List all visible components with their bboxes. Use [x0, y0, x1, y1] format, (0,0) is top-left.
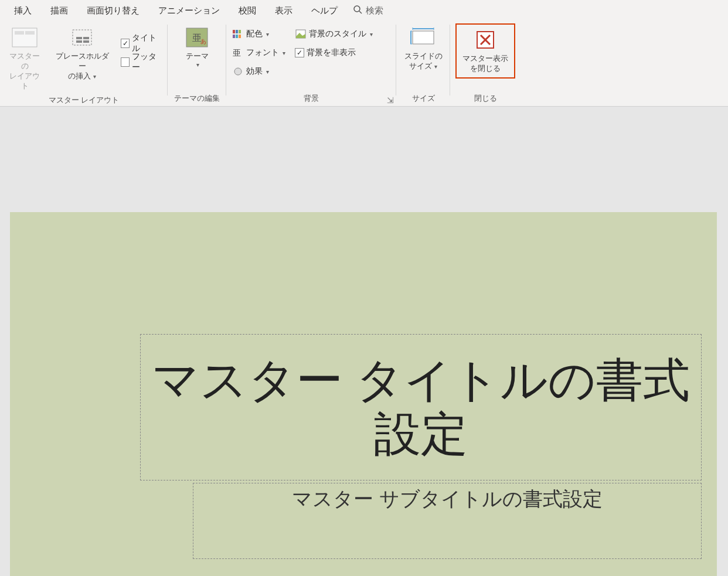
svg-rect-7: [76, 40, 82, 43]
fonts-button[interactable]: 亜 フォント ▾: [230, 44, 288, 62]
master-layout-icon: [12, 26, 38, 49]
svg-rect-17: [236, 35, 238, 38]
slide-master[interactable]: マスター タイトルの書式設定 マスター サブタイトルの書式設定: [10, 212, 717, 576]
ribbon-group-theme-edit: 亜あ テーマ ▾ テーマの編集: [168, 21, 226, 106]
svg-rect-9: [83, 40, 89, 43]
svg-rect-13: [233, 30, 235, 33]
menu-review[interactable]: 校閲: [229, 2, 266, 20]
chevron-down-icon: ▾: [93, 73, 96, 80]
master-layout-button: マスターの レイアウト: [4, 23, 46, 94]
menu-transition[interactable]: 画面切り替え: [77, 2, 149, 20]
master-subtitle-placeholder[interactable]: マスター サブタイトルの書式設定: [193, 483, 702, 559]
title-footer-checkboxes: ✓ タイトル フッター: [118, 23, 164, 82]
footer-checkbox[interactable]: フッター: [118, 53, 164, 71]
svg-rect-6: [76, 37, 82, 39]
chevron-down-icon: ▾: [266, 31, 269, 38]
svg-rect-18: [239, 35, 241, 38]
group-label-size: サイズ: [400, 92, 447, 105]
search-placeholder: 検索: [366, 5, 383, 16]
ribbon-group-close: マスター表示 を閉じる 閉じる: [450, 21, 521, 106]
ribbon: マスターの レイアウト プレースホルダー の挿入 ▾ ✓ タイトル: [0, 21, 728, 107]
svg-rect-4: [25, 31, 35, 35]
svg-rect-22: [413, 31, 434, 44]
svg-line-1: [359, 11, 362, 13]
ribbon-group-master-layout: マスターの レイアウト プレースホルダー の挿入 ▾ ✓ タイトル: [0, 21, 168, 106]
checkbox-unchecked-icon: [121, 57, 130, 67]
chevron-down-icon: ▾: [434, 63, 437, 70]
menu-bar: 挿入 描画 画面切り替え アニメーション 校閲 表示 ヘルプ 検索: [0, 0, 728, 21]
ribbon-group-background: 配色 ▾ 亜 フォント ▾ 効果 ▾: [226, 21, 396, 106]
close-master-view-button[interactable]: マスター表示 を閉じる: [455, 23, 515, 79]
svg-point-0: [354, 6, 360, 12]
svg-text:あ: あ: [200, 38, 206, 45]
close-icon: [472, 28, 498, 52]
svg-rect-14: [236, 30, 238, 33]
menu-help[interactable]: ヘルプ: [302, 2, 347, 20]
colors-button[interactable]: 配色 ▾: [230, 25, 288, 43]
effects-button[interactable]: 効果 ▾: [230, 63, 288, 80]
search-icon: [353, 5, 362, 16]
svg-rect-3: [15, 31, 24, 35]
group-label-background: 背景: [230, 92, 393, 105]
effects-icon: [232, 66, 244, 77]
menu-insert[interactable]: 挿入: [5, 2, 41, 20]
checkbox-checked-icon: ✓: [295, 48, 304, 57]
chevron-down-icon: ▾: [266, 69, 269, 75]
insert-placeholder-button[interactable]: プレースホルダー の挿入 ▾: [50, 23, 114, 84]
svg-rect-8: [83, 37, 89, 39]
fonts-icon: 亜: [232, 47, 244, 59]
master-title-placeholder[interactable]: マスター タイトルの書式設定: [140, 334, 702, 480]
svg-rect-16: [233, 35, 235, 38]
group-label-master-layout: マスター レイアウト: [4, 94, 164, 107]
dialog-launcher-icon[interactable]: ⇲: [387, 96, 394, 105]
menu-view[interactable]: 表示: [266, 2, 302, 20]
group-label-close: 閉じる: [454, 92, 517, 105]
svg-text:亜: 亜: [233, 49, 241, 57]
theme-button[interactable]: 亜あ テーマ ▾: [179, 23, 215, 70]
background-style-button[interactable]: 背景のスタイル ▾: [292, 25, 375, 43]
svg-point-20: [234, 68, 241, 75]
menu-draw[interactable]: 描画: [41, 2, 77, 20]
svg-rect-2: [12, 28, 37, 47]
checkbox-checked-icon: ✓: [121, 39, 130, 48]
chevron-down-icon: ▾: [283, 50, 285, 56]
title-checkbox[interactable]: ✓ タイトル: [118, 35, 164, 52]
theme-icon: 亜あ: [184, 26, 210, 49]
search-box[interactable]: 検索: [353, 5, 383, 16]
placeholder-icon: [69, 26, 95, 49]
ribbon-group-size: スライドの サイズ ▾ サイズ: [396, 21, 450, 106]
colors-icon: [232, 28, 244, 40]
slide-size-icon: [410, 26, 436, 49]
svg-rect-15: [239, 30, 241, 33]
slide-size-button[interactable]: スライドの サイズ ▾: [401, 23, 446, 74]
hide-background-checkbox[interactable]: ✓ 背景を非表示: [292, 44, 375, 62]
background-style-icon: [295, 28, 307, 40]
menu-animation[interactable]: アニメーション: [149, 2, 229, 20]
group-label-theme-edit: テーマの編集: [171, 92, 223, 105]
chevron-down-icon: ▾: [196, 62, 199, 68]
chevron-down-icon: ▾: [370, 31, 373, 38]
slide-canvas[interactable]: マスター タイトルの書式設定 マスター サブタイトルの書式設定: [0, 107, 728, 576]
